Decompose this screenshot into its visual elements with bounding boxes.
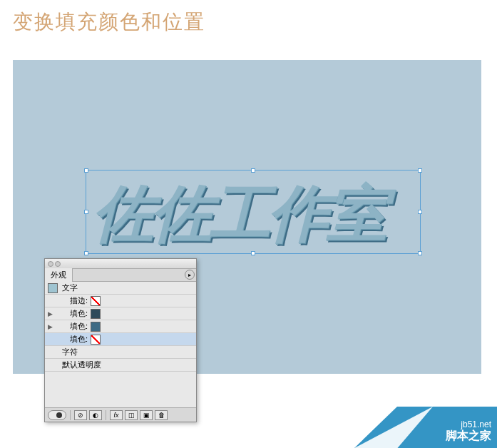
row-opacity[interactable]: 默认透明度	[45, 359, 196, 372]
resize-handle-br[interactable]	[418, 251, 422, 255]
row-fill-3-selected[interactable]: 填色:	[45, 333, 196, 346]
row-fill-1[interactable]: ▶ 填色:	[45, 307, 196, 320]
watermark-name: 脚本之家	[446, 429, 491, 444]
resize-handle-bm[interactable]	[251, 251, 255, 255]
watermark: jb51.net 脚本之家	[354, 405, 497, 448]
row-label: 填色:	[55, 334, 88, 345]
appearance-panel[interactable]: 外观 ▸ 文字 描边: ▶ 填色: ▶ 填色: 填色:	[44, 258, 197, 422]
selection-bounding-box[interactable]	[86, 170, 421, 254]
row-label: 默认透明度	[62, 360, 101, 370]
swatch-none-icon[interactable]	[91, 335, 101, 345]
duplicate-icon[interactable]: ◫	[125, 410, 138, 420]
tab-appearance[interactable]: 外观	[45, 268, 73, 282]
resize-handle-tm[interactable]	[251, 168, 255, 173]
close-dot[interactable]	[48, 261, 53, 267]
swatch-none-icon[interactable]	[91, 296, 101, 306]
resize-handle-tl[interactable]	[84, 168, 88, 173]
cancel-circle-icon[interactable]: ⊘	[74, 410, 87, 420]
row-fill-2[interactable]: ▶ 填色:	[45, 320, 196, 333]
resize-handle-tr[interactable]	[418, 168, 422, 173]
row-label: 填色:	[55, 321, 88, 332]
min-dot[interactable]	[55, 261, 61, 267]
expand-arrow-icon[interactable]: ▶	[48, 310, 55, 317]
resize-handle-mr[interactable]	[418, 210, 422, 214]
menu-arrow-icon: ▸	[188, 272, 191, 278]
toggle-button[interactable]	[48, 410, 66, 420]
panel-titlebar[interactable]	[45, 259, 196, 269]
trash-icon[interactable]: 🗑	[155, 410, 168, 420]
panel-menu-button[interactable]: ▸	[185, 270, 195, 280]
page-title: 变换填充颜色和位置	[0, 0, 497, 44]
fill-swatch[interactable]	[91, 322, 101, 332]
resize-handle-bl[interactable]	[84, 251, 88, 255]
object-type-label: 文字	[62, 282, 78, 293]
row-label: 填色:	[55, 308, 88, 319]
fill-swatch[interactable]	[91, 309, 101, 319]
row-stroke[interactable]: 描边:	[45, 295, 196, 307]
object-swatch[interactable]	[48, 283, 58, 293]
panel-body: 文字 描边: ▶ 填色: ▶ 填色: 填色: 字符 默认透明	[45, 282, 196, 407]
resize-handle-ml[interactable]	[84, 210, 88, 214]
row-characters[interactable]: 字符	[45, 346, 196, 359]
panel-footer: ⊘ ◐ fx ◫ ▣ 🗑	[45, 407, 196, 422]
watermark-url: jb51.net	[461, 419, 491, 429]
expand-arrow-icon[interactable]: ▶	[48, 323, 55, 330]
fx-button[interactable]: fx	[110, 410, 123, 420]
clear-appearance-icon[interactable]: ◐	[89, 410, 102, 420]
object-type-row[interactable]: 文字	[45, 282, 196, 295]
row-label: 字符	[62, 347, 78, 357]
row-label: 描边:	[55, 295, 88, 306]
new-icon[interactable]: ▣	[140, 410, 153, 420]
panel-tab-row: 外观 ▸	[45, 269, 196, 282]
